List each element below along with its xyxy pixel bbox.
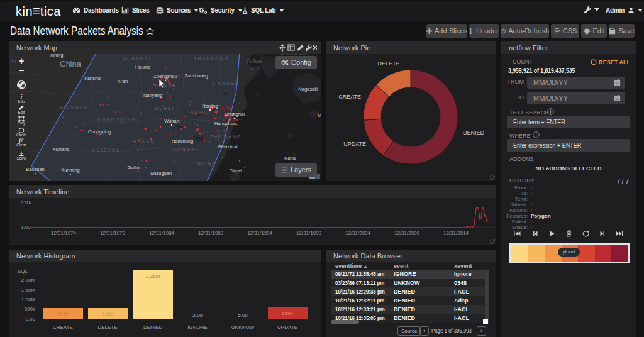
svg-text:2.36M: 2.36M xyxy=(146,273,160,279)
svg-text:GUIZHOU: GUIZHOU xyxy=(92,148,121,152)
svg-text:AI: AI xyxy=(11,59,18,64)
svg-text:FUJIAN: FUJIAN xyxy=(194,161,217,165)
svg-text:Naha: Naha xyxy=(284,155,296,161)
svg-text:Circle: Circle xyxy=(16,133,27,137)
svg-text:Poly: Poly xyxy=(18,121,26,126)
svg-text:UPDATE: UPDATE xyxy=(343,141,366,147)
svg-text:12/31/1999: 12/31/1999 xyxy=(296,230,322,236)
svg-text:Tianshui: Tianshui xyxy=(84,75,101,81)
svg-text:+: + xyxy=(19,56,24,66)
svg-text:JIANGXI: JIANGXI xyxy=(172,147,197,152)
svg-text:1.00M: 1.00M xyxy=(21,297,36,302)
svg-text:Xichang: Xichang xyxy=(52,146,69,152)
svg-text:12/31/2014: 12/31/2014 xyxy=(443,230,469,236)
svg-text:Nagasaki: Nagasaki xyxy=(298,86,318,92)
svg-text:Nanjing: Nanjing xyxy=(202,103,218,109)
svg-text:Nanyang: Nanyang xyxy=(143,92,162,98)
svg-text:Shaoguan: Shaoguan xyxy=(150,170,172,176)
svg-text:CHONGQING: CHONGQING xyxy=(97,118,136,123)
svg-text:Hangzhou: Hangzhou xyxy=(214,121,236,126)
svg-text:Taipei: Taipei xyxy=(230,168,242,174)
svg-text:JIANGSU: JIANGSU xyxy=(212,81,240,86)
svg-text:China: China xyxy=(60,59,82,69)
svg-text:IGNORE: IGNORE xyxy=(187,324,208,330)
svg-text:Houma: Houma xyxy=(135,64,151,70)
svg-text:Chongqing: Chongqing xyxy=(88,129,111,135)
svg-text:SHAANXI: SHAANXI xyxy=(123,56,152,60)
svg-text:0.00: 0.00 xyxy=(25,316,35,322)
svg-text:Kunming: Kunming xyxy=(61,167,80,173)
svg-text:1.50M: 1.50M xyxy=(21,287,36,293)
svg-text:Sea: Sea xyxy=(250,65,260,72)
svg-text:UNKNOW: UNKNOW xyxy=(231,324,255,330)
svg-text:DENIED: DENIED xyxy=(463,130,485,136)
svg-text:Wenzhou: Wenzhou xyxy=(218,144,238,150)
svg-text:560k: 560k xyxy=(282,311,293,316)
svg-text:Save: Save xyxy=(17,156,26,160)
svg-text:518k: 518k xyxy=(102,311,113,317)
svg-text:DELETE: DELETE xyxy=(377,60,399,67)
svg-text:12/31/1974: 12/31/1974 xyxy=(51,230,77,236)
svg-text:Xi'an: Xi'an xyxy=(118,79,128,84)
svg-text:516k: 516k xyxy=(57,311,69,317)
svg-text:Nanchang: Nanchang xyxy=(172,138,193,144)
svg-text:SICHUAN: SICHUAN xyxy=(60,105,89,109)
svg-text:HUBEI: HUBEI xyxy=(155,106,174,111)
svg-text:Yellow: Yellow xyxy=(246,58,263,64)
svg-text:SHANDONG: SHANDONG xyxy=(194,57,229,61)
svg-text:Wuhan: Wuhan xyxy=(164,118,179,124)
svg-text:500k: 500k xyxy=(25,306,36,312)
svg-text:5.00: 5.00 xyxy=(238,312,248,318)
svg-text:M: M xyxy=(318,113,321,118)
svg-text:2.00: 2.00 xyxy=(192,312,203,318)
svg-text:12/31/2004: 12/31/2004 xyxy=(345,230,371,236)
svg-text:HENAN: HENAN xyxy=(155,84,177,88)
svg-text:2.00M: 2.00M xyxy=(21,277,36,283)
svg-text:Shanghai: Shanghai xyxy=(225,111,245,117)
svg-text:12/31/1994: 12/31/1994 xyxy=(247,230,273,236)
svg-text:DELETE: DELETE xyxy=(97,324,117,330)
svg-text:−: − xyxy=(19,65,24,75)
svg-text:UPDATE: UPDATE xyxy=(277,324,297,330)
svg-text:HUNAN: HUNAN xyxy=(133,140,155,144)
svg-text:Guilin: Guilin xyxy=(127,165,139,170)
svg-text:Zhengzhou: Zhengzhou xyxy=(153,74,177,79)
svg-text:Clear: Clear xyxy=(16,143,26,147)
svg-text:DENIED: DENIED xyxy=(143,324,162,330)
svg-text:1.00: 1.00 xyxy=(21,224,31,230)
svg-text:ZHEJIANG: ZHEJIANG xyxy=(210,135,242,139)
svg-text:Zaoshuang: Zaoshuang xyxy=(184,73,208,79)
svg-text:CREATE: CREATE xyxy=(338,94,361,100)
svg-text:12/31/2009: 12/31/2009 xyxy=(394,230,420,236)
svg-text:611k: 611k xyxy=(21,200,32,206)
svg-text:Baoshan: Baoshan xyxy=(26,167,45,172)
svg-text:12/31/1979: 12/31/1979 xyxy=(100,230,126,236)
svg-text:CREATE: CREATE xyxy=(53,324,73,330)
svg-text:12/31/1984: 12/31/1984 xyxy=(149,230,175,236)
svg-text:Xining: Xining xyxy=(50,54,64,58)
svg-text:ANHUI: ANHUI xyxy=(191,110,211,114)
svg-text:12/31/1989: 12/31/1989 xyxy=(198,230,224,236)
svg-text:Edit: Edit xyxy=(18,110,25,114)
svg-text:SQL: SQL xyxy=(18,268,28,274)
svg-text:Info: Info xyxy=(18,99,25,104)
